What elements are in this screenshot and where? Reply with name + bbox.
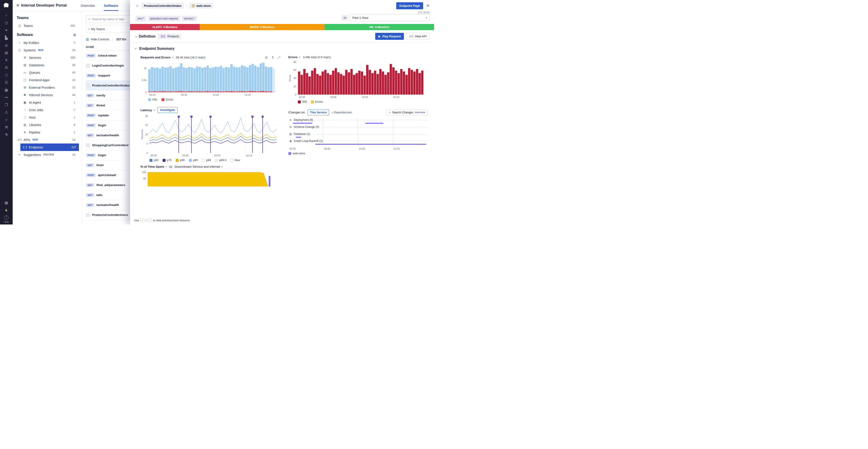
sidebar-item-host[interactable]: □Host1 <box>13 114 82 121</box>
warn-monitors-segment[interactable]: WARN: 9 Monitors <box>200 24 324 30</box>
method-badge: POST <box>86 113 96 117</box>
play-request-button[interactable]: ▶ Play Request <box>375 33 404 40</box>
ok-monitors-segment[interactable]: OK: 8 Monitors <box>324 24 434 30</box>
legend-item[interactable]: p95 <box>189 159 198 162</box>
history-icon[interactable]: ◷ <box>3 20 10 25</box>
sidebar-item-endpoints[interactable]: { }Endpoints227 <box>20 144 79 151</box>
sidebar-item-datastores[interactable]: ▤Datastores58 <box>13 61 82 69</box>
blocks-icon[interactable]: ▩ <box>3 200 10 205</box>
errors-chart[interactable] <box>298 62 424 95</box>
latency-chart[interactable] <box>150 116 277 153</box>
chevron-right-icon[interactable]: › <box>135 35 136 38</box>
time-shortcut-chip[interactable]: 1h <box>341 15 348 21</box>
investigate-button[interactable]: Investigate <box>157 107 178 113</box>
time-spent-dropdown[interactable]: % of Time Spent▾ <box>141 165 167 169</box>
change-row-deployment-6-[interactable]: ≋Deployment (6) <box>289 118 428 125</box>
change-segment[interactable] <box>293 123 312 124</box>
legend-item[interactable]: p99 <box>202 159 211 162</box>
change-segment[interactable] <box>296 137 302 138</box>
sidebar-item-libraries[interactable]: ▥Libraries6 <box>13 121 82 128</box>
security-icon[interactable]: ⬡ <box>3 73 10 78</box>
list-icon[interactable]: ☰ <box>3 80 10 85</box>
legend-item[interactable]: web-store <box>288 152 305 155</box>
sidebar-item-systems[interactable]: ⬡SystemsNEW28 <box>13 47 82 54</box>
time-spent-chart[interactable] <box>148 171 273 186</box>
latency-metric-dropdown[interactable]: Latency▾ <box>141 109 155 112</box>
time-spent-dimension-dropdown[interactable]: Downstream Service and inferred▾ <box>175 165 222 169</box>
tab-overview[interactable]: Overview <box>81 0 95 11</box>
tag-chip[interactable]: env:* <box>135 16 146 21</box>
export-icon[interactable]: ↥ <box>271 55 274 59</box>
sync-icon[interactable]: ♺ <box>3 110 10 115</box>
sidebar-item-inferred-services[interactable]: ✱Inferred Services46 <box>13 91 82 99</box>
sidebar-item-queues[interactable]: ▭Queues40 <box>13 69 82 76</box>
sidebar-item-cron-jobs[interactable]: ◔Cron Jobs7 <box>13 106 82 114</box>
view-api-button[interactable]: {/} View API <box>406 33 430 40</box>
tools-icon[interactable]: ⚒ <box>3 125 10 130</box>
legend-item[interactable]: p99.9 <box>215 159 226 162</box>
flask-icon[interactable]: ⚗ <box>3 132 10 138</box>
legend-item[interactable]: p75 <box>163 159 172 162</box>
requests-metric-dropdown[interactable]: Requests and Errors▾ <box>141 56 173 59</box>
this-service-button[interactable]: This Service <box>308 110 329 115</box>
service-chip[interactable]: web-store <box>189 3 213 9</box>
legend-item[interactable]: Errors <box>311 100 323 103</box>
search-icon[interactable]: ⌕ <box>3 13 10 18</box>
mascot-icon[interactable]: ♞ <box>3 208 10 213</box>
chevron-down-icon[interactable]: › <box>134 48 138 49</box>
tag-chip[interactable]: operation:rack.request <box>148 16 180 21</box>
bolt-icon[interactable]: ↯ <box>3 58 10 63</box>
metrics-icon[interactable]: ▙ <box>3 35 10 40</box>
sidebar-item-suggestions[interactable]: ➣SuggestionsPREVIEW18 <box>13 151 82 158</box>
infrastructure-icon[interactable]: ▦ <box>3 88 10 93</box>
sidebar-item-ai-agent[interactable]: ▣AI Agent1 <box>13 99 82 106</box>
tag-chip[interactable]: version:* <box>182 16 197 21</box>
sidebar-item-teams[interactable]: ◫Teams491 <box>13 22 82 29</box>
debug-icon[interactable]: ⌗ <box>3 117 10 122</box>
change-row-database-1-[interactable]: ▤Database (1) <box>289 132 428 139</box>
change-segment[interactable] <box>365 123 383 124</box>
search-changes-button[interactable]: ⌕ Search Changes PREVIEW <box>386 109 428 115</box>
alert-monitors-segment[interactable]: ALERT: 4 Monitors <box>130 24 200 30</box>
sidebar-item-label: Frontend Apps <box>29 78 50 82</box>
people-icon[interactable]: ⁂ <box>3 65 10 70</box>
sidebar-item-label: Inferred Services <box>29 93 53 97</box>
layers-icon[interactable]: ▤ <box>3 50 10 55</box>
sidebar-item-pipeline[interactable]: ⋔Pipeline1 <box>13 128 82 136</box>
change-row-schema-change-0-[interactable]: ⊟Schema Change (0) <box>289 125 428 132</box>
changes-timeline[interactable]: ≋Deployment (6)⊟Schema Change (0)▤Databa… <box>288 118 428 151</box>
close-icon[interactable]: ✕ <box>426 3 430 8</box>
links-icon[interactable]: ⚯ <box>3 95 10 100</box>
products-chip[interactable]: {/} Products <box>158 33 181 39</box>
legend-item[interactable]: Errors <box>161 98 174 101</box>
requests-chart[interactable] <box>148 62 275 92</box>
dependencies-button[interactable]: + Dependencies <box>331 111 352 114</box>
legend-item[interactable]: 500 <box>298 100 307 103</box>
endpoint-page-button[interactable]: Endpoint Page <box>396 2 423 9</box>
sparkles-icon[interactable]: ✦ <box>3 28 10 33</box>
sidebar-item-my-entities[interactable]: ☆My Entities0 <box>13 39 82 47</box>
errors-metric-dropdown[interactable]: Errors▾ <box>288 55 300 59</box>
sidebar-item-external-providers[interactable]: ⊞External Providers10 <box>13 84 82 91</box>
hide-controls-button[interactable]: Hide Controls <box>91 37 109 41</box>
legend-item[interactable]: p90 <box>176 159 185 162</box>
legend-item[interactable]: Max <box>230 159 240 162</box>
time-range-select[interactable]: Past 1 Hour ▾ <box>350 14 430 21</box>
legend-item[interactable]: p50 <box>150 159 158 162</box>
sidebar-item-apis[interactable]: {/}APIsNEW18 <box>13 136 82 144</box>
change-segment[interactable] <box>315 144 426 145</box>
change-row-crash-loop-backoff-1-[interactable]: ◉Crash Loop Backoff (1) <box>289 139 428 146</box>
packages-icon[interactable]: ❒ <box>3 102 10 108</box>
monitors-icon[interactable]: ◎ <box>3 43 10 48</box>
x-tick: 09:45 <box>324 147 331 150</box>
help-button[interactable]: ? Help <box>4 215 9 223</box>
create-monitor-icon[interactable]: ◎ <box>265 55 268 59</box>
datadog-logo-icon[interactable] <box>2 2 10 9</box>
tab-software[interactable]: Software <box>104 0 118 11</box>
fullscreen-icon[interactable]: ⤢ <box>278 55 280 59</box>
software-settings-icon[interactable]: ⚙ <box>73 33 76 37</box>
favorite-star-icon[interactable]: ☆ <box>135 3 139 8</box>
legend-item[interactable]: Hits <box>148 98 157 101</box>
sidebar-item-frontend-apps[interactable]: ▢Frontend Apps10 <box>13 76 82 84</box>
sidebar-item-services[interactable]: ⚙Services569 <box>13 54 82 61</box>
